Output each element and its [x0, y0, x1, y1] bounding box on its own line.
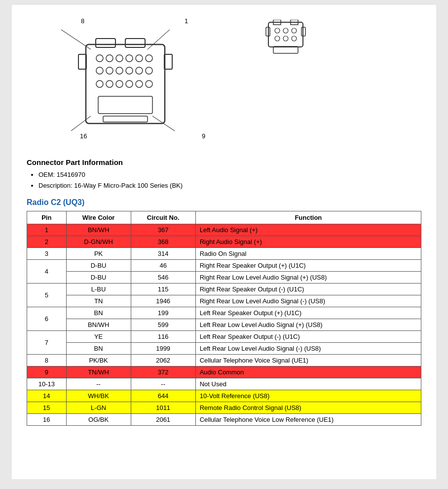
table-row: Radio On Signal — [195, 248, 421, 260]
table-row: 8 — [27, 355, 67, 367]
table-row: 10-13 — [27, 378, 67, 390]
svg-point-9 — [96, 55, 103, 62]
table-row: Left Rear Low Level Audio Signal (+) (US… — [195, 319, 421, 331]
table-row: 10-Volt Reference (US8) — [195, 390, 421, 402]
table-row: 5 — [27, 284, 67, 307]
table-row: Right Rear Low Level Audio Signal (-) (U… — [195, 295, 421, 307]
table-row: 314 — [131, 248, 195, 260]
svg-point-37 — [275, 36, 280, 41]
table-row: 1946 — [131, 295, 195, 307]
table-row: Left Rear Speaker Output (+) (U1C) — [195, 307, 421, 319]
table-row: 367 — [131, 224, 195, 236]
connector-info-heading: Connector Part Information — [27, 158, 421, 166]
table-row: 599 — [131, 319, 195, 331]
connector-info-list: OEM: 15416970 Description: 16-Way F Micr… — [27, 169, 421, 191]
table-row: L-GN — [66, 402, 131, 414]
svg-point-21 — [96, 81, 103, 87]
svg-point-14 — [146, 55, 152, 62]
svg-rect-7 — [78, 54, 86, 69]
svg-point-22 — [106, 81, 113, 87]
svg-rect-8 — [164, 54, 172, 69]
table-row: Right Rear Speaker Output (-) (U1C) — [195, 284, 421, 295]
table-row: Right Audio Signal (+) — [195, 236, 421, 248]
col-wire: Wire Color — [66, 211, 131, 224]
table-row: 16 — [27, 414, 67, 426]
svg-point-25 — [136, 81, 143, 87]
page: 8 1 16 9 — [12, 5, 436, 479]
col-function: Function — [195, 211, 421, 224]
connector-info-oem: OEM: 15416970 — [38, 169, 421, 180]
label-1: 1 — [185, 17, 188, 25]
table-row: OG/BK — [66, 414, 131, 426]
table-row: Not Used — [195, 378, 421, 390]
table-row: 372 — [131, 367, 195, 378]
table-row: -- — [66, 378, 131, 390]
table-row: 46 — [131, 260, 195, 272]
table-row: TN — [66, 295, 131, 307]
svg-rect-28 — [103, 116, 148, 122]
col-pin: Pin — [27, 211, 67, 224]
table-row: Audio Common — [195, 367, 421, 378]
svg-point-12 — [126, 55, 133, 62]
table-row: TN/WH — [66, 367, 131, 378]
svg-point-24 — [126, 81, 133, 87]
table-row: Right Rear Low Level Audio Signal (+) (U… — [195, 272, 421, 284]
small-connector-diagram — [263, 20, 308, 57]
table-row: D-GN/WH — [66, 236, 131, 248]
table-row: 3 — [27, 248, 67, 260]
table-row: WH/BK — [66, 390, 131, 402]
table-row: Left Rear Low Level Audio Signal (-) (US… — [195, 343, 421, 355]
diagram-area: 8 1 16 9 — [27, 15, 421, 148]
table-row: PK — [66, 248, 131, 260]
table-row: 14 — [27, 390, 67, 402]
connector-info-description: Description: 16-Way F Micro-Pack 100 Ser… — [38, 180, 421, 191]
table-row: D-BU — [66, 272, 131, 284]
svg-point-26 — [146, 81, 152, 87]
svg-point-18 — [126, 67, 133, 74]
table-row: 1999 — [131, 343, 195, 355]
svg-line-1 — [148, 30, 170, 49]
table-row: BN — [66, 343, 131, 355]
svg-rect-27 — [98, 96, 152, 114]
connector-info: Connector Part Information OEM: 15416970… — [27, 158, 421, 191]
table-row: 368 — [131, 236, 195, 248]
svg-point-11 — [116, 55, 123, 62]
svg-point-10 — [106, 55, 113, 62]
table-row: Remote Radio Control Signal (US8) — [195, 402, 421, 414]
radio-heading: Radio C2 (UQ3) — [27, 198, 421, 207]
svg-point-20 — [146, 67, 152, 74]
col-circuit: Circuit No. — [131, 211, 195, 224]
table-row: 546 — [131, 272, 195, 284]
table-row: L-BU — [66, 284, 131, 295]
table-row: Cellular Telephone Voice Signal (UE1) — [195, 355, 421, 367]
svg-point-15 — [96, 67, 103, 74]
table-row: 1 — [27, 224, 67, 236]
label-9: 9 — [202, 132, 205, 140]
svg-point-16 — [106, 67, 113, 74]
table-row: Left Audio Signal (+) — [195, 224, 421, 236]
svg-rect-6 — [125, 39, 145, 47]
table-row: 1011 — [131, 402, 195, 414]
table-row: 199 — [131, 307, 195, 319]
table-row: PK/BK — [66, 355, 131, 367]
svg-rect-40 — [273, 46, 298, 53]
table-row: Cellular Telephone Voice Low Reference (… — [195, 414, 421, 426]
svg-point-36 — [292, 28, 297, 33]
table-row: 2 — [27, 236, 67, 248]
svg-point-23 — [116, 81, 123, 87]
svg-point-17 — [116, 67, 123, 74]
svg-rect-5 — [96, 39, 115, 47]
table-row: BN/WH — [66, 224, 131, 236]
svg-point-38 — [283, 36, 288, 41]
label-8: 8 — [81, 17, 84, 25]
table-row: 6 — [27, 307, 67, 331]
table-row: D-BU — [66, 260, 131, 272]
table-row: 116 — [131, 331, 195, 343]
svg-point-39 — [292, 36, 297, 41]
svg-point-35 — [283, 28, 288, 33]
svg-rect-4 — [86, 44, 165, 123]
svg-point-13 — [136, 55, 143, 62]
table-row: YE — [66, 331, 131, 343]
connector-diagram — [56, 20, 194, 143]
table-row: 115 — [131, 284, 195, 295]
